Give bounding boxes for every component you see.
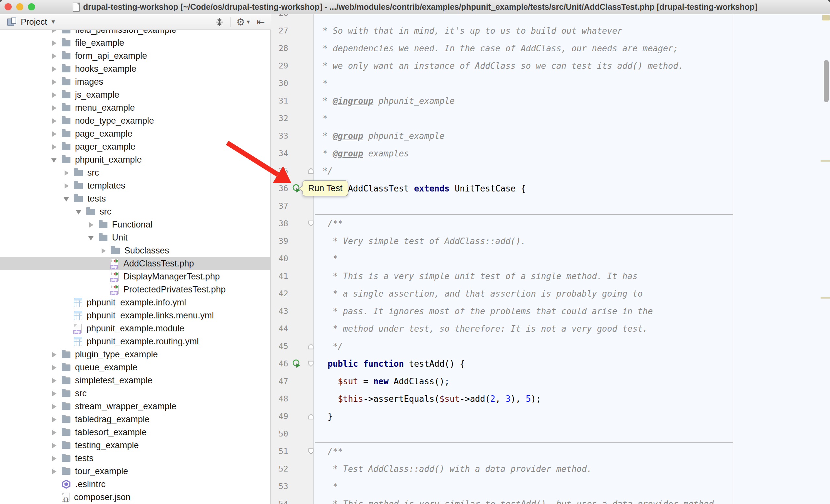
expand-arrow-icon[interactable] [64, 183, 69, 189]
expand-arrow-icon[interactable] [51, 429, 57, 435]
tree-item-page-example[interactable]: page_example [0, 127, 271, 140]
folder-icon [62, 429, 70, 436]
tree-spacer [64, 312, 69, 318]
collapse-arrow-icon[interactable] [64, 196, 69, 202]
tree-item-phpunit-example-module[interactable]: phpphpunit_example.module [0, 322, 271, 335]
project-tree[interactable]: field_permission_examplefile_exampleform… [0, 14, 271, 504]
tree-item-node-type-example[interactable]: node_type_example [0, 114, 271, 127]
expand-arrow-icon[interactable] [51, 40, 57, 46]
tree-item-plugin-type-example[interactable]: plugin_type_example [0, 348, 271, 361]
tree-item-phpunit-example-info-yml[interactable]: phpunit_example.info.yml [0, 296, 271, 309]
folder-icon [111, 247, 120, 254]
tree-item-addclasstest-php[interactable]: phpAddClassTest.php [0, 257, 271, 270]
window-titlebar: drupal-testing-workshop [~/Code/os/drupa… [0, 0, 830, 14]
tree-spacer [101, 274, 106, 279]
collapse-arrow-icon[interactable] [88, 235, 94, 240]
folder-icon [62, 105, 70, 111]
tree-item-pager-example[interactable]: pager_example [0, 140, 271, 153]
tree-item-src[interactable]: src [0, 205, 271, 218]
tree-item-images[interactable]: images [0, 75, 271, 88]
expand-arrow-icon[interactable] [51, 105, 57, 111]
tree-item-js-example[interactable]: js_example [0, 88, 271, 101]
php-test-file-icon: php [111, 272, 119, 281]
tree-item-tests[interactable]: tests [0, 452, 271, 465]
tree-item-protectedprivatestest-php[interactable]: phpProtectedPrivatesTest.php [0, 283, 271, 296]
minimize-window-button[interactable] [16, 3, 23, 10]
chevron-down-icon[interactable]: ▼ [50, 19, 56, 25]
tree-item-tour-example[interactable]: tour_example [0, 465, 271, 478]
expand-arrow-icon[interactable] [51, 455, 57, 461]
close-window-button[interactable] [4, 3, 12, 10]
expand-arrow-icon[interactable] [51, 391, 57, 396]
collapse-arrow-icon[interactable] [76, 209, 82, 214]
expand-arrow-icon[interactable] [51, 79, 57, 85]
tree-item-functional[interactable]: Functional [0, 218, 271, 231]
expand-arrow-icon[interactable] [51, 377, 57, 383]
expand-arrow-icon[interactable] [64, 170, 69, 175]
expand-arrow-icon[interactable] [51, 365, 57, 370]
tree-item-menu-example[interactable]: menu_example [0, 101, 271, 114]
tree-item-subclasses[interactable]: Subclasses [0, 244, 271, 257]
tree-item-file-example[interactable]: file_example [0, 36, 271, 49]
tree-item-hooks-example[interactable]: hooks_example [0, 62, 271, 75]
tree-item-testing-example[interactable]: testing_example [0, 439, 271, 452]
tree-spacer [101, 287, 106, 293]
run-test-tooltip[interactable]: Run Test [302, 180, 348, 196]
folder-icon [99, 235, 107, 241]
tree-spacer [51, 481, 57, 487]
folder-icon [62, 377, 70, 384]
tree-item-composer-json[interactable]: {}composer.json [0, 491, 271, 504]
expand-arrow-icon[interactable] [51, 468, 57, 474]
tree-item-src[interactable]: src [0, 387, 271, 400]
run-test-tooltip-label: Run Test [308, 183, 343, 194]
tree-item-phpunit-example-routing-yml[interactable]: phpunit_example.routing.yml [0, 335, 271, 348]
tree-item-queue-example[interactable]: queue_example [0, 361, 271, 374]
expand-arrow-icon[interactable] [51, 442, 57, 448]
expand-arrow-icon[interactable] [51, 92, 57, 98]
tree-item-stream-wrapper-example[interactable]: stream_wrapper_example [0, 400, 271, 413]
error-stripe-mark[interactable] [821, 160, 830, 162]
tree-item-tests[interactable]: tests [0, 192, 271, 205]
collapse-arrow-icon[interactable] [51, 157, 57, 163]
expand-arrow-icon[interactable] [51, 416, 57, 422]
project-tool-icon [7, 18, 16, 27]
folder-icon [62, 391, 70, 397]
expand-arrow-icon[interactable] [51, 66, 57, 72]
expand-arrow-icon[interactable] [51, 403, 57, 409]
error-stripe-mark[interactable] [821, 297, 830, 299]
folder-icon [62, 92, 70, 98]
folder-icon [62, 157, 70, 163]
toolbar-divider [230, 17, 231, 27]
folder-icon [62, 365, 70, 371]
gear-icon[interactable]: ⚙▼ [236, 17, 251, 27]
expand-arrow-icon[interactable] [88, 222, 94, 228]
zoom-window-button[interactable] [28, 3, 35, 10]
tree-item--eslintrc[interactable]: .eslintrc [0, 478, 271, 491]
editor-background[interactable] [314, 14, 830, 504]
tree-item-templates[interactable]: templates [0, 179, 271, 192]
editor-gutter[interactable] [271, 14, 314, 504]
hide-panel-icon[interactable]: ⇤ [257, 17, 265, 27]
code-analysis-indicator[interactable] [822, 15, 830, 21]
folder-icon [74, 183, 83, 189]
expand-arrow-icon[interactable] [51, 53, 57, 59]
expand-arrow-icon[interactable] [51, 118, 57, 124]
tree-item-displaymanagertest-php[interactable]: phpDisplayManagerTest.php [0, 270, 271, 283]
collapse-vertical-icon[interactable] [215, 17, 224, 27]
tree-item-simpletest-example[interactable]: simpletest_example [0, 374, 271, 387]
expand-arrow-icon[interactable] [51, 144, 57, 149]
expand-arrow-icon[interactable] [51, 351, 57, 357]
tree-item-tabledrag-example[interactable]: tabledrag_example [0, 413, 271, 426]
project-panel-title[interactable]: Project [21, 17, 47, 27]
folder-icon [62, 144, 70, 150]
expand-arrow-icon[interactable] [101, 247, 106, 254]
expand-arrow-icon[interactable] [51, 131, 57, 137]
tree-item-src[interactable]: src [0, 166, 271, 179]
tree-item-phpunit-example[interactable]: phpunit_example [0, 153, 271, 166]
tree-item-form-api-example[interactable]: form_api_example [0, 49, 271, 62]
tree-item-phpunit-example-links-menu-yml[interactable]: phpunit_example.links.menu.yml [0, 309, 271, 322]
tree-item-unit[interactable]: Unit [0, 231, 271, 244]
editor-scrollbar[interactable] [824, 60, 829, 102]
tree-item-tablesort-example[interactable]: tablesort_example [0, 426, 271, 439]
folder-icon [62, 403, 70, 410]
